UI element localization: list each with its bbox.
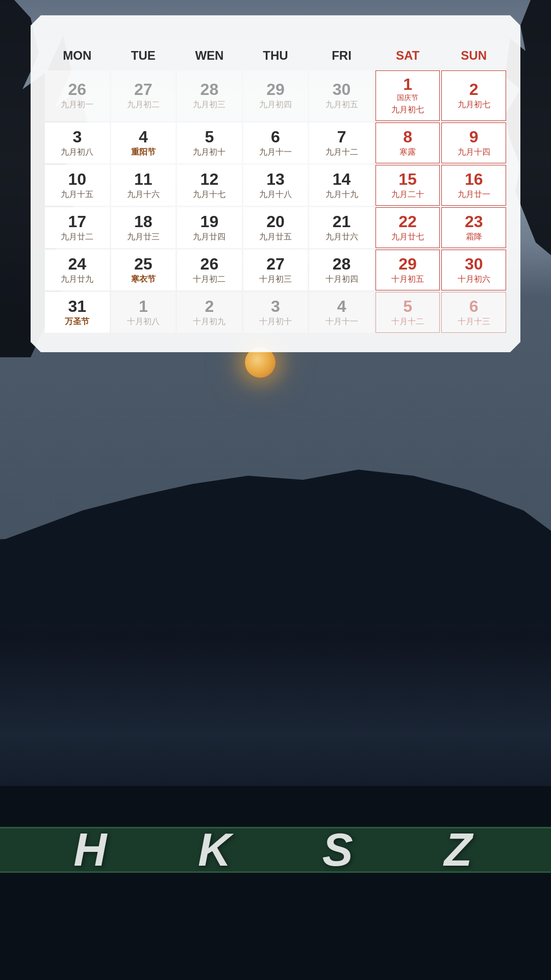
- day-lunar: 九月十七: [180, 189, 239, 200]
- day-lunar: 九月二十: [379, 189, 437, 200]
- calendar-day-cell[interactable]: 10九月十五: [45, 165, 110, 206]
- day-lunar: 十月初九: [180, 316, 239, 327]
- calendar-day-cell[interactable]: 22九月廿七: [375, 207, 440, 248]
- day-lunar: 十月初三: [246, 274, 306, 285]
- day-lunar: 十月初四: [312, 274, 371, 285]
- day-number: 2: [180, 298, 239, 314]
- calendar-day-cell[interactable]: 26十月初二: [177, 250, 242, 290]
- day-number: 7: [312, 129, 371, 145]
- calendar-day-cell[interactable]: 1国庆节九月初七: [375, 70, 440, 121]
- calendar-day-cell[interactable]: 2十月初九: [177, 292, 242, 333]
- calendar-day-cell[interactable]: 26九月初一: [45, 70, 110, 121]
- calendar-header: [43, 31, 508, 41]
- day-number: 9: [444, 129, 503, 145]
- week-row-6: 31万圣节1十月初八2十月初九3十月初十4十月十一5十月十二6十月十三: [45, 292, 506, 333]
- calendar-day-cell[interactable]: 31万圣节: [45, 292, 110, 333]
- day-number: 28: [180, 81, 239, 97]
- calendar-day-cell[interactable]: 2九月初七: [441, 70, 506, 121]
- day-number: 1: [379, 76, 437, 92]
- day-number: 4: [312, 298, 371, 314]
- calendar-day-cell[interactable]: 8寒露: [375, 122, 440, 163]
- calendar-day-cell[interactable]: 29九月初四: [243, 70, 308, 121]
- day-lunar: 九月初七: [444, 100, 503, 110]
- calendar-day-cell[interactable]: 29十月初五: [375, 250, 440, 290]
- stadium-letter-s: S: [322, 824, 358, 876]
- day-number: 30: [444, 256, 503, 272]
- day-number: 19: [180, 213, 239, 230]
- calendar-day-cell[interactable]: 18九月廿三: [111, 207, 176, 248]
- day-lunar: 九月十二: [312, 147, 371, 158]
- day-lunar: 九月初五: [312, 100, 371, 110]
- calendar-day-cell[interactable]: 27九月初二: [111, 70, 176, 121]
- day-number: 2: [444, 81, 503, 97]
- calendar-day-cell[interactable]: 28十月初四: [309, 250, 374, 290]
- calendar-day-cell[interactable]: 5九月初十: [177, 122, 242, 163]
- day-lunar: 九月廿二: [47, 232, 107, 242]
- calendar-day-cell[interactable]: 4十月十一: [309, 292, 374, 333]
- stadium: H K S Z: [0, 786, 551, 980]
- calendar-day-cell[interactable]: 19九月廿四: [177, 207, 242, 248]
- week-row-3: 10九月十五11九月十六12九月十七13九月十八14九月十九15九月二十16九月…: [45, 165, 506, 206]
- day-number: 15: [379, 171, 437, 187]
- day-lunar: 寒露: [379, 147, 437, 158]
- calendar-day-cell[interactable]: 27十月初三: [243, 250, 308, 290]
- calendar-day-cell[interactable]: 28九月初三: [177, 70, 242, 121]
- header-sat: SAT: [375, 42, 440, 69]
- week-row-2: 3九月初八4重阳节5九月初十6九月十一7九月十二8寒露9九月十四: [45, 122, 506, 163]
- day-number: 6: [246, 129, 306, 145]
- day-number: 5: [180, 129, 239, 145]
- day-number: 21: [312, 213, 371, 230]
- day-lunar: 九月十八: [246, 189, 306, 200]
- day-number: 18: [114, 213, 173, 230]
- calendar-day-cell[interactable]: 21九月廿六: [309, 207, 374, 248]
- calendar-day-cell[interactable]: 9九月十四: [441, 122, 506, 163]
- calendar-day-cell[interactable]: 30九月初五: [309, 70, 374, 121]
- day-number: 3: [246, 298, 306, 314]
- weekday-header-row: MON TUE WEN THU FRI SAT SUN: [45, 42, 506, 69]
- calendar-day-cell[interactable]: 15九月二十: [375, 165, 440, 206]
- day-lunar: 九月廿三: [114, 232, 173, 242]
- calendar-day-cell[interactable]: 17九月廿二: [45, 207, 110, 248]
- day-lunar: 九月初七: [379, 105, 437, 115]
- calendar-day-cell[interactable]: 6十月十三: [441, 292, 506, 333]
- day-lunar: 十月初二: [180, 274, 239, 285]
- day-lunar: 九月十五: [47, 189, 107, 200]
- day-number: 1: [114, 298, 173, 314]
- day-lunar: 九月廿六: [312, 232, 371, 242]
- calendar-day-cell[interactable]: 12九月十七: [177, 165, 242, 206]
- calendar-day-cell[interactable]: 4重阳节: [111, 122, 176, 163]
- stadium-letter-z: Z: [444, 824, 478, 876]
- day-lunar: 九月廿五: [246, 232, 306, 242]
- day-lunar: 重阳节: [114, 147, 173, 158]
- day-lunar: 霜降: [444, 232, 503, 242]
- day-lunar: 九月初二: [114, 100, 173, 110]
- calendar-day-cell[interactable]: 7九月十二: [309, 122, 374, 163]
- calendar-day-cell[interactable]: 3十月初十: [243, 292, 308, 333]
- calendar-day-cell[interactable]: 25寒衣节: [111, 250, 176, 290]
- week-row-5: 24九月廿九25寒衣节26十月初二27十月初三28十月初四29十月初五30十月初…: [45, 250, 506, 290]
- calendar-day-cell[interactable]: 13九月十八: [243, 165, 308, 206]
- day-lunar: 九月十一: [246, 147, 306, 158]
- calendar-day-cell[interactable]: 30十月初六: [441, 250, 506, 290]
- calendar-day-cell[interactable]: 1十月初八: [111, 292, 176, 333]
- day-number: 5: [379, 298, 437, 314]
- day-lunar: 十月初十: [246, 316, 306, 327]
- calendar-day-cell[interactable]: 23霜降: [441, 207, 506, 248]
- header-fri: FRI: [309, 42, 374, 69]
- calendar-day-cell[interactable]: 6九月十一: [243, 122, 308, 163]
- calendar-day-cell[interactable]: 5十月十二: [375, 292, 440, 333]
- stadium-letter-k: K: [198, 824, 236, 876]
- day-lunar: 九月十九: [312, 189, 371, 200]
- calendar-day-cell[interactable]: 20九月廿五: [243, 207, 308, 248]
- calendar-day-cell[interactable]: 11九月十六: [111, 165, 176, 206]
- calendar-day-cell[interactable]: 14九月十九: [309, 165, 374, 206]
- day-number: 23: [444, 213, 503, 230]
- calendar-day-cell[interactable]: 24九月廿九: [45, 250, 110, 290]
- day-lunar: 九月初十: [180, 147, 239, 158]
- day-lunar: 九月廿七: [379, 232, 437, 242]
- calendar-day-cell[interactable]: 16九月廿一: [441, 165, 506, 206]
- day-lunar: 九月廿九: [47, 274, 107, 285]
- day-number: 6: [444, 298, 503, 314]
- day-number: 14: [312, 171, 371, 187]
- calendar-day-cell[interactable]: 3九月初八: [45, 122, 110, 163]
